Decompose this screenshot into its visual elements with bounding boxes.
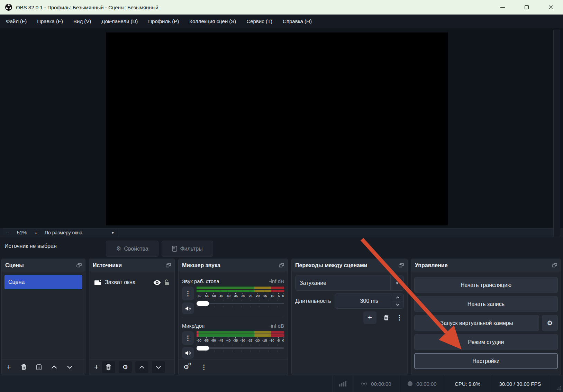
- sources-panel-title: Источники: [93, 262, 122, 269]
- volume-meter: -60 -55 -50 -45 -40 -35 -30 -25 -20 -15 …: [197, 287, 284, 314]
- menu-item-file[interactable]: Файл (F): [1, 15, 32, 28]
- minimize-button[interactable]: [490, 0, 515, 15]
- close-button[interactable]: [539, 0, 563, 15]
- move-source-up-button[interactable]: [135, 361, 148, 373]
- sources-panel-header: Источники: [89, 259, 174, 272]
- cpu-usage-segment: CPU: 9.8%: [445, 375, 490, 392]
- volume-slider-handle[interactable]: [197, 301, 209, 306]
- menu-item-view[interactable]: Вид (V): [68, 15, 96, 28]
- source-properties-gear-button[interactable]: ⚙: [119, 361, 132, 373]
- popout-icon[interactable]: [76, 263, 82, 268]
- virtual-camera-config-button[interactable]: ⚙: [542, 315, 558, 331]
- scene-filters-button[interactable]: [36, 364, 42, 370]
- add-scene-button[interactable]: +: [7, 363, 11, 371]
- transition-select[interactable]: Затухание ▼: [295, 276, 404, 291]
- move-source-down-button[interactable]: [152, 361, 165, 373]
- popout-icon[interactable]: [552, 263, 557, 268]
- popout-icon[interactable]: [279, 263, 284, 268]
- transitions-panel: Переходы между сценами Затухание ▼ Длите…: [291, 259, 408, 375]
- start-recording-button[interactable]: Начать запись: [414, 296, 558, 312]
- window-capture-icon: [94, 279, 102, 286]
- signal-bars-icon: [339, 381, 347, 386]
- duration-spinbox[interactable]: 300 ms: [335, 293, 404, 309]
- popout-icon[interactable]: [399, 263, 404, 268]
- channel-level: -inf dB: [269, 278, 284, 284]
- volume-slider[interactable]: [197, 300, 284, 307]
- transition-menu-button[interactable]: ⋮: [396, 314, 402, 321]
- scenes-panel: Сцены Сцена +: [1, 259, 85, 375]
- filters-button[interactable]: Фильтры: [162, 241, 213, 257]
- mixer-panel-header: Микшер звука: [179, 259, 288, 272]
- source-toolbar: Источник не выбран ⚙ Свойства Фильтры: [0, 237, 563, 259]
- channel-menu-button[interactable]: ⋮: [182, 331, 194, 345]
- preview-side-scrollbar[interactable]: [553, 30, 560, 237]
- mixer-channel-desktop: Звук раб. стола -inf dB ⋮ -60: [182, 277, 284, 314]
- remove-source-button[interactable]: [102, 361, 115, 373]
- obs-logo-icon: [5, 3, 12, 11]
- source-status-text: Источник не выбран: [4, 243, 57, 249]
- window-title: OBS 32.0.1 - Профиль: Безымянный - Сцены…: [16, 4, 158, 10]
- remove-transition-button[interactable]: [383, 315, 389, 321]
- status-bar: 00:00:00 00:00:00 CPU: 9.8% 30.00 / 30.0…: [0, 375, 563, 392]
- controls-panel-title: Управление: [415, 262, 448, 269]
- menu-item-help[interactable]: Справка (H): [278, 15, 317, 28]
- transition-selected-value: Затухание: [296, 276, 390, 290]
- add-source-button[interactable]: +: [94, 363, 99, 371]
- record-time: 00:00:00: [416, 381, 436, 387]
- popout-icon[interactable]: [166, 263, 171, 268]
- sources-toolbar: + ⚙: [89, 359, 174, 375]
- zoom-out-button[interactable]: −: [3, 230, 12, 236]
- add-transition-button[interactable]: +: [363, 311, 376, 324]
- transitions-panel-title: Переходы между сценами: [295, 262, 367, 269]
- start-virtual-camera-button[interactable]: Запуск виртуальной камеры: [414, 315, 539, 331]
- record-time-segment: 00:00:00: [399, 375, 445, 392]
- advanced-audio-gear-icon[interactable]: ⚙⚙: [183, 363, 189, 371]
- speaker-icon[interactable]: [182, 347, 194, 359]
- mixer-channel-mic: Микр/доп -inf dB ⋮ -60: [182, 321, 284, 359]
- menu-item-tools[interactable]: Сервис (T): [241, 15, 278, 28]
- move-scene-up-button[interactable]: [51, 365, 57, 369]
- move-scene-down-button[interactable]: [67, 365, 73, 369]
- sources-panel: Источники Захват окна + ⚙: [89, 259, 175, 375]
- duration-label: Длительность: [295, 298, 331, 304]
- gear-icon: ⚙: [116, 246, 121, 252]
- studio-mode-button[interactable]: Режим студии: [414, 334, 558, 350]
- menu-item-profile[interactable]: Профиль (P): [143, 15, 184, 28]
- mixer-body: Звук раб. стола -inf dB ⋮ -60: [179, 272, 288, 359]
- scenes-panel-title: Сцены: [5, 262, 24, 269]
- volume-slider-handle[interactable]: [197, 346, 209, 351]
- remove-scene-button[interactable]: [21, 364, 27, 370]
- properties-button[interactable]: ⚙ Свойства: [106, 241, 158, 257]
- menu-item-edit[interactable]: Правка (E): [32, 15, 68, 28]
- zoom-in-button[interactable]: +: [31, 230, 41, 236]
- channel-menu-button[interactable]: ⋮: [182, 287, 194, 300]
- transitions-panel-header: Переходы между сценами: [292, 259, 407, 272]
- settings-button[interactable]: Настройки: [414, 353, 558, 369]
- preview-canvas[interactable]: [106, 32, 448, 225]
- transitions-body: Затухание ▼ Длительность 300 ms: [292, 272, 407, 324]
- window-controls: [490, 0, 563, 15]
- start-streaming-button[interactable]: Начать трансляцию: [414, 277, 558, 293]
- cpu-usage: CPU: 9.8%: [455, 381, 480, 387]
- fit-mode-dropdown[interactable]: По размеру окна ▼: [41, 228, 118, 237]
- speaker-icon[interactable]: [182, 302, 194, 314]
- broadcast-icon: [361, 381, 367, 386]
- visibility-eye-icon[interactable]: [153, 280, 161, 285]
- channel-level: -inf dB: [269, 323, 284, 329]
- duration-decrement-button[interactable]: [392, 301, 403, 309]
- maximize-button[interactable]: [515, 0, 539, 15]
- resize-grip[interactable]: [557, 386, 562, 391]
- volume-slider[interactable]: [197, 344, 284, 352]
- chevron-down-icon: ▼: [111, 231, 115, 235]
- unlock-icon[interactable]: [164, 279, 170, 286]
- filters-label: Фильтры: [180, 246, 202, 252]
- mixer-menu-button[interactable]: ⋮: [201, 363, 207, 371]
- scene-item-selected[interactable]: Сцена: [4, 275, 82, 289]
- duration-increment-button[interactable]: [392, 294, 403, 301]
- menu-item-scene-collection[interactable]: Коллекция сцен (S): [184, 15, 241, 28]
- meter-scale: -60 -55 -50 -45 -40 -35 -30 -25 -20 -15 …: [197, 337, 284, 343]
- preview-zoom-bar: − 51% + По размеру окна ▼: [3, 228, 553, 237]
- menu-item-docks[interactable]: Док-панели (D): [96, 15, 143, 28]
- source-item[interactable]: Захват окна: [92, 276, 172, 289]
- channel-name: Звук раб. стола: [182, 278, 219, 284]
